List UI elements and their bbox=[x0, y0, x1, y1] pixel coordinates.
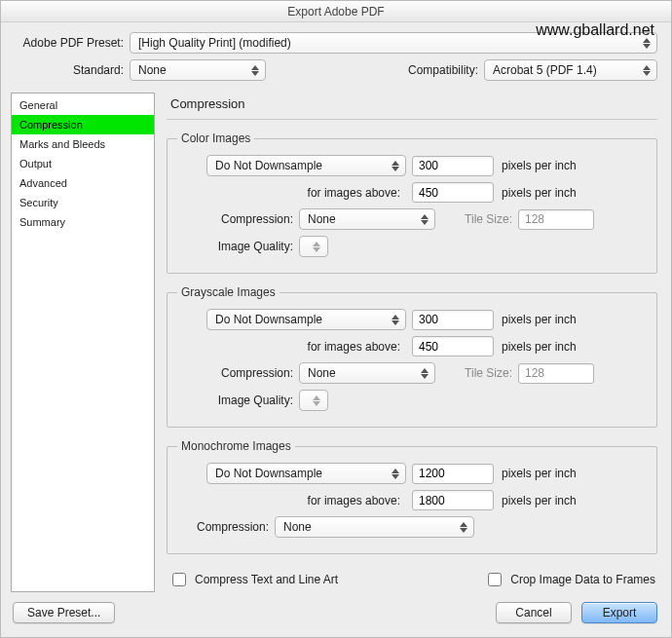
save-preset-button[interactable]: Save Preset... bbox=[13, 602, 115, 623]
ppi-label: pixels per inch bbox=[494, 313, 577, 326]
mono-compression-value: None bbox=[283, 520, 312, 534]
dropdown-arrows-icon bbox=[418, 368, 431, 379]
cancel-button[interactable]: Cancel bbox=[496, 602, 572, 623]
titlebar: Export Adobe PDF bbox=[1, 1, 671, 22]
gray-downsample-select[interactable]: Do Not Downsample bbox=[206, 309, 406, 330]
dropdown-arrows-icon bbox=[310, 395, 323, 406]
color-compression-select[interactable]: None bbox=[299, 208, 435, 230]
compat-label: Compatibility: bbox=[408, 63, 484, 77]
gray-above-dpi-input[interactable] bbox=[412, 336, 494, 357]
ppi-label: pixels per inch bbox=[494, 467, 577, 480]
watermark-text: www.gballard.net bbox=[536, 21, 654, 39]
dropdown-arrows-icon bbox=[389, 161, 402, 171]
sidebar-item-label: Summary bbox=[19, 216, 65, 228]
svg-marker-21 bbox=[460, 528, 467, 533]
crop-image-label: Crop Image Data to Frames bbox=[510, 573, 655, 586]
preset-label: Adobe PDF Preset: bbox=[15, 36, 130, 50]
svg-marker-1 bbox=[643, 44, 651, 49]
color-compression-label: Compression: bbox=[177, 212, 299, 226]
dropdown-arrows-icon bbox=[248, 65, 262, 76]
color-dpi-input[interactable] bbox=[412, 156, 494, 176]
svg-marker-19 bbox=[392, 474, 399, 479]
mono-compression-select[interactable]: None bbox=[275, 516, 474, 538]
mono-downsample-select[interactable]: Do Not Downsample bbox=[206, 463, 406, 484]
svg-marker-16 bbox=[313, 395, 320, 400]
dialog-footer: Save Preset... Cancel Export bbox=[1, 602, 671, 637]
svg-marker-18 bbox=[392, 469, 399, 473]
compress-text-checkbox[interactable]: Compress Text and Line Art bbox=[168, 570, 338, 589]
gray-compression-select[interactable]: None bbox=[299, 362, 435, 384]
color-downsample-select[interactable]: Do Not Downsample bbox=[206, 155, 406, 176]
compat-select[interactable]: Acrobat 5 (PDF 1.4) bbox=[484, 59, 657, 81]
category-sidebar: General Compression Marks and Bleeds Out… bbox=[11, 93, 155, 592]
sidebar-item-label: Compression bbox=[19, 119, 83, 131]
sidebar-item-label: Marks and Bleeds bbox=[19, 138, 105, 150]
grayscale-images-group: Grayscale Images Do Not Downsample pixel… bbox=[167, 285, 657, 428]
save-preset-label: Save Preset... bbox=[27, 606, 100, 619]
standard-select[interactable]: None bbox=[130, 59, 266, 81]
sidebar-item-output[interactable]: Output bbox=[12, 154, 154, 173]
monochrome-images-group: Monochrome Images Do Not Downsample pixe… bbox=[167, 439, 657, 554]
color-tile-label: Tile Size: bbox=[435, 212, 518, 226]
svg-marker-9 bbox=[421, 220, 429, 225]
dropdown-arrows-icon bbox=[389, 315, 402, 325]
svg-marker-11 bbox=[313, 247, 320, 252]
dialog-body: General Compression Marks and Bleeds Out… bbox=[1, 93, 671, 602]
svg-marker-13 bbox=[392, 320, 399, 325]
color-iq-select[interactable] bbox=[299, 236, 328, 257]
dropdown-arrows-icon bbox=[640, 65, 653, 76]
mono-legend: Monochrome Images bbox=[177, 439, 295, 453]
crop-image-checkbox[interactable]: Crop Image Data to Frames bbox=[484, 570, 655, 589]
mono-compression-label: Compression: bbox=[177, 520, 275, 534]
color-downsample-value: Do Not Downsample bbox=[215, 159, 322, 172]
dropdown-arrows-icon bbox=[457, 522, 470, 533]
compress-text-label: Compress Text and Line Art bbox=[195, 573, 338, 586]
export-button[interactable]: Export bbox=[581, 602, 657, 623]
sidebar-item-compression[interactable]: Compression bbox=[12, 115, 154, 134]
gray-compression-value: None bbox=[308, 366, 336, 380]
color-above-label: for images above: bbox=[177, 186, 406, 200]
ppi-label: pixels per inch bbox=[494, 186, 577, 200]
gray-tile-label: Tile Size: bbox=[435, 366, 518, 380]
panel-title: Compression bbox=[167, 93, 657, 120]
compat-value: Acrobat 5 (PDF 1.4) bbox=[493, 63, 597, 77]
sidebar-item-advanced[interactable]: Advanced bbox=[12, 173, 154, 193]
sidebar-item-marks-bleeds[interactable]: Marks and Bleeds bbox=[12, 134, 154, 154]
svg-marker-15 bbox=[421, 374, 429, 379]
gray-tile-input bbox=[518, 363, 594, 384]
window-title: Export Adobe PDF bbox=[287, 5, 384, 19]
svg-marker-4 bbox=[643, 65, 651, 70]
export-label: Export bbox=[603, 606, 637, 619]
sidebar-item-general[interactable]: General bbox=[12, 95, 154, 115]
dropdown-arrows-icon bbox=[389, 469, 402, 479]
cancel-label: Cancel bbox=[515, 606, 551, 619]
export-pdf-dialog: Export Adobe PDF www.gballard.net Adobe … bbox=[0, 0, 672, 638]
ppi-label: pixels per inch bbox=[494, 494, 577, 507]
compress-text-input[interactable] bbox=[172, 573, 186, 586]
svg-marker-10 bbox=[313, 242, 320, 246]
gray-iq-label: Image Quality: bbox=[177, 394, 299, 407]
svg-marker-12 bbox=[392, 315, 399, 319]
ppi-label: pixels per inch bbox=[494, 159, 577, 172]
dropdown-arrows-icon bbox=[418, 214, 431, 225]
gray-dpi-input[interactable] bbox=[412, 310, 494, 330]
dropdown-arrows-icon bbox=[640, 38, 653, 49]
ppi-label: pixels per inch bbox=[494, 340, 577, 354]
color-above-dpi-input[interactable] bbox=[412, 182, 494, 203]
crop-image-input[interactable] bbox=[488, 573, 502, 586]
svg-marker-20 bbox=[460, 522, 467, 527]
gray-downsample-value: Do Not Downsample bbox=[215, 313, 322, 326]
gray-above-label: for images above: bbox=[177, 340, 406, 354]
mono-downsample-value: Do Not Downsample bbox=[215, 467, 322, 480]
mono-above-dpi-input[interactable] bbox=[412, 490, 494, 510]
sidebar-item-summary[interactable]: Summary bbox=[12, 212, 154, 232]
gray-iq-select[interactable] bbox=[299, 390, 328, 411]
color-iq-label: Image Quality: bbox=[177, 240, 299, 253]
color-images-group: Color Images Do Not Downsample pixels pe… bbox=[167, 131, 657, 274]
sidebar-item-security[interactable]: Security bbox=[12, 193, 154, 212]
bottom-checkboxes: Compress Text and Line Art Crop Image Da… bbox=[167, 566, 657, 589]
mono-dpi-input[interactable] bbox=[412, 464, 494, 484]
sidebar-item-label: General bbox=[19, 99, 57, 111]
svg-marker-7 bbox=[392, 167, 399, 171]
compression-panel: Compression Color Images Do Not Downsamp… bbox=[167, 93, 657, 592]
